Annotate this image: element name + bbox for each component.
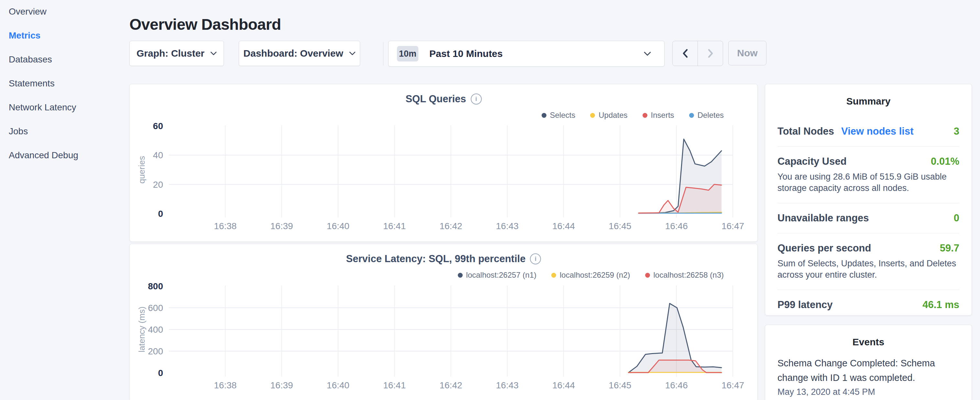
svg-text:60: 60 <box>153 121 163 131</box>
summary-row-queries-per-second: Queries per second 59.7 Sum of Selects, … <box>778 233 959 290</box>
svg-text:16:38: 16:38 <box>214 380 237 390</box>
summary-row-p99-latency: P99 latency 46.1 ms <box>778 290 959 320</box>
svg-text:0: 0 <box>158 368 163 378</box>
summary-row-unavailable-ranges: Unavailable ranges 0 <box>778 203 959 233</box>
svg-text:16:47: 16:47 <box>721 221 744 231</box>
sidebar-item-databases[interactable]: Databases <box>9 54 78 65</box>
event-message: Schema Change Completed: Schema change w… <box>778 356 959 385</box>
x-axis-labels: 16:3816:3916:4016:4116:4216:4316:4416:45… <box>214 380 744 390</box>
sidebar-item-metrics[interactable]: Metrics <box>9 30 78 41</box>
sql-queries-chart-panel: SQL Queries i Selects Updates Inserts De… <box>129 84 758 242</box>
svg-text:40: 40 <box>153 150 163 160</box>
svg-text:16:46: 16:46 <box>665 221 688 231</box>
y-axis-labels: 0200400600800 <box>148 281 163 378</box>
svg-text:16:45: 16:45 <box>609 221 631 231</box>
dashboard-dropdown[interactable]: Dashboard: Overview <box>239 41 360 66</box>
svg-text:16:42: 16:42 <box>439 380 462 390</box>
queries-per-second-description: Sum of Selects, Updates, Inserts, and De… <box>778 258 959 280</box>
service-latency-chart-panel: Service Latency: SQL, 99th percentile i … <box>129 244 758 400</box>
p99-latency-value: 46.1 ms <box>923 299 959 311</box>
svg-text:16:47: 16:47 <box>721 380 744 390</box>
svg-text:16:41: 16:41 <box>383 380 406 390</box>
next-time-button[interactable] <box>698 41 723 66</box>
svg-text:800: 800 <box>148 281 163 291</box>
chevron-down-icon <box>349 51 356 55</box>
time-range-badge: 10m <box>397 46 418 62</box>
dashboard-dropdown-label: Dashboard: Overview <box>243 48 343 59</box>
sidebar-item-jobs[interactable]: Jobs <box>9 126 78 137</box>
svg-text:16:39: 16:39 <box>270 380 293 390</box>
chevron-down-icon <box>644 51 651 56</box>
page-title: Overview Dashboard <box>129 16 281 33</box>
svg-text:600: 600 <box>148 303 163 313</box>
sidebar-item-statements[interactable]: Statements <box>9 78 78 89</box>
svg-text:16:43: 16:43 <box>496 380 519 390</box>
svg-text:16:41: 16:41 <box>383 221 406 231</box>
time-pager <box>672 41 723 66</box>
capacity-used-description: You are using 28.6 MiB of 515.9 GiB usab… <box>778 171 959 194</box>
svg-text:16:45: 16:45 <box>609 380 631 390</box>
svg-text:200: 200 <box>148 346 163 356</box>
series-areas <box>628 304 722 373</box>
summary-title: Summary <box>778 84 959 107</box>
time-range-dropdown[interactable]: 10m Past 10 Minutes <box>388 41 665 67</box>
svg-text:400: 400 <box>148 325 163 335</box>
svg-text:16:43: 16:43 <box>496 221 519 231</box>
x-axis-labels: 16:3816:3916:4016:4116:4216:4316:4416:45… <box>214 221 744 231</box>
y-axis-labels: 0204060 <box>153 121 163 219</box>
capacity-used-value: 0.01% <box>931 156 959 167</box>
summary-row-total-nodes: Total Nodes View nodes list 3 <box>778 107 959 147</box>
events-title: Events <box>765 325 972 347</box>
svg-text:16:39: 16:39 <box>270 221 293 231</box>
summary-panel: Summary Total Nodes View nodes list 3 Ca… <box>765 84 972 316</box>
time-range-label: Past 10 Minutes <box>430 48 503 59</box>
sidebar-item-network-latency[interactable]: Network Latency <box>9 102 78 113</box>
svg-text:16:40: 16:40 <box>327 380 349 390</box>
graph-dropdown[interactable]: Graph: Cluster <box>129 41 224 66</box>
sidebar-item-overview[interactable]: Overview <box>9 6 78 17</box>
chevron-down-icon <box>210 51 217 55</box>
svg-text:16:42: 16:42 <box>439 221 462 231</box>
total-nodes-value: 3 <box>954 126 959 137</box>
series-areas <box>639 139 721 214</box>
sql-queries-chart: 020406016:3816:3916:4016:4116:4216:4316:… <box>130 84 757 241</box>
y-axis-title: latency (ms) <box>137 306 146 352</box>
sidebar: Overview Metrics Databases Statements Ne… <box>9 6 78 161</box>
graph-dropdown-label: Graph: Cluster <box>137 48 204 59</box>
now-button[interactable]: Now <box>728 41 767 65</box>
svg-text:16:40: 16:40 <box>327 221 349 231</box>
svg-text:16:46: 16:46 <box>665 380 688 390</box>
svg-text:16:44: 16:44 <box>552 221 575 231</box>
toolbar-divider <box>383 42 383 65</box>
svg-text:16:38: 16:38 <box>214 221 237 231</box>
summary-row-capacity-used: Capacity Used 0.01% You are using 28.6 M… <box>778 147 959 203</box>
chevron-left-icon <box>682 49 688 58</box>
view-nodes-list-link[interactable]: View nodes list <box>841 126 913 137</box>
gridlines <box>169 125 733 217</box>
sidebar-item-advanced-debug[interactable]: Advanced Debug <box>9 150 78 161</box>
service-latency-chart: 020040060080016:3816:3916:4016:4116:4216… <box>130 244 757 400</box>
queries-per-second-value: 59.7 <box>940 242 959 254</box>
chevron-right-icon <box>708 49 713 58</box>
svg-text:16:44: 16:44 <box>552 380 575 390</box>
svg-text:20: 20 <box>153 180 163 190</box>
y-axis-title: queries <box>137 156 146 183</box>
svg-text:0: 0 <box>158 209 163 219</box>
prev-time-button[interactable] <box>673 41 698 66</box>
events-panel: Events Schema Change Completed: Schema c… <box>765 325 972 400</box>
event-timestamp: May 13, 2020 at 4:45 PM <box>778 387 959 397</box>
unavailable-ranges-value: 0 <box>954 212 959 224</box>
